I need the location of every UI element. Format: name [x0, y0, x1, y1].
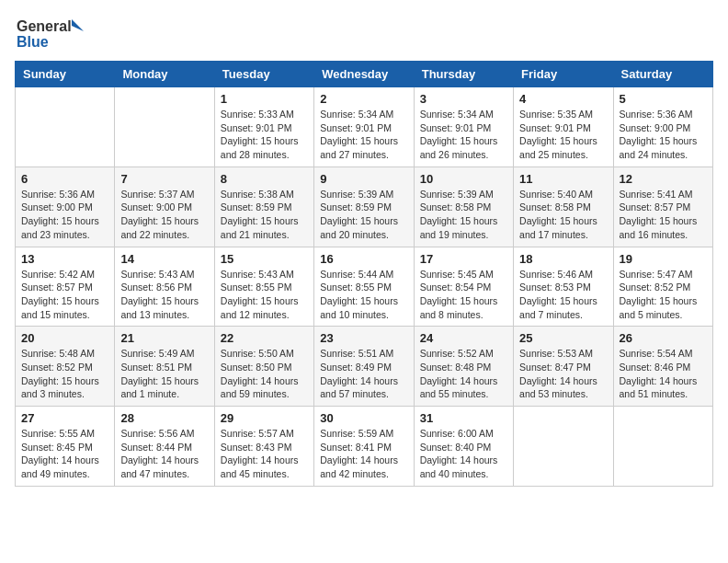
- logo-icon: GeneralBlue: [15, 15, 88, 52]
- calendar-cell: 25Sunrise: 5:53 AMSunset: 8:47 PMDayligh…: [514, 327, 613, 407]
- svg-text:General: General: [17, 18, 72, 34]
- calendar-cell: 27Sunrise: 5:55 AMSunset: 8:45 PMDayligh…: [16, 407, 115, 487]
- day-info: Sunrise: 5:59 AMSunset: 8:41 PMDaylight:…: [320, 427, 407, 481]
- weekday-header: Monday: [115, 62, 214, 87]
- day-number: 16: [320, 252, 407, 266]
- day-number: 27: [21, 411, 108, 425]
- day-number: 21: [120, 331, 208, 345]
- calendar-cell: 14Sunrise: 5:43 AMSunset: 8:56 PMDayligh…: [115, 247, 214, 327]
- day-info: Sunrise: 5:37 AMSunset: 9:00 PMDaylight:…: [120, 188, 208, 242]
- day-info: Sunrise: 5:36 AMSunset: 9:00 PMDaylight:…: [21, 188, 108, 242]
- day-info: Sunrise: 5:51 AMSunset: 8:49 PMDaylight:…: [320, 347, 407, 401]
- day-number: 17: [420, 252, 507, 266]
- day-number: 30: [320, 411, 407, 425]
- day-info: Sunrise: 5:46 AMSunset: 8:53 PMDaylight:…: [519, 268, 607, 322]
- day-info: Sunrise: 5:45 AMSunset: 8:54 PMDaylight:…: [420, 268, 507, 322]
- day-info: Sunrise: 5:42 AMSunset: 8:57 PMDaylight:…: [21, 268, 108, 322]
- weekday-header: Wednesday: [314, 62, 414, 87]
- day-number: 20: [21, 331, 108, 345]
- day-info: Sunrise: 5:57 AMSunset: 8:43 PMDaylight:…: [221, 427, 308, 481]
- day-info: Sunrise: 5:55 AMSunset: 8:45 PMDaylight:…: [21, 427, 108, 481]
- day-number: 31: [420, 411, 507, 425]
- calendar-week-row: 6Sunrise: 5:36 AMSunset: 9:00 PMDaylight…: [16, 167, 713, 247]
- calendar-cell: 13Sunrise: 5:42 AMSunset: 8:57 PMDayligh…: [16, 247, 115, 327]
- day-number: 22: [221, 331, 308, 345]
- day-number: 26: [620, 331, 707, 345]
- day-info: Sunrise: 5:54 AMSunset: 8:46 PMDaylight:…: [620, 347, 707, 401]
- calendar-cell: 2Sunrise: 5:34 AMSunset: 9:01 PMDaylight…: [314, 87, 414, 167]
- weekday-header: Tuesday: [214, 62, 313, 87]
- calendar-table: SundayMondayTuesdayWednesdayThursdayFrid…: [15, 61, 713, 487]
- day-info: Sunrise: 5:39 AMSunset: 8:58 PMDaylight:…: [420, 188, 507, 242]
- calendar-cell: 26Sunrise: 5:54 AMSunset: 8:46 PMDayligh…: [613, 327, 712, 407]
- day-info: Sunrise: 5:36 AMSunset: 9:00 PMDaylight:…: [620, 108, 707, 162]
- day-info: Sunrise: 5:43 AMSunset: 8:55 PMDaylight:…: [221, 268, 308, 322]
- day-number: 4: [519, 92, 607, 106]
- day-number: 15: [221, 252, 308, 266]
- calendar-cell: [16, 87, 115, 167]
- calendar-cell: 24Sunrise: 5:52 AMSunset: 8:48 PMDayligh…: [414, 327, 513, 407]
- svg-marker-2: [72, 19, 84, 31]
- day-number: 28: [120, 411, 208, 425]
- day-number: 7: [120, 172, 208, 186]
- calendar-week-row: 1Sunrise: 5:33 AMSunset: 9:01 PMDaylight…: [16, 87, 713, 167]
- day-info: Sunrise: 5:43 AMSunset: 8:56 PMDaylight:…: [120, 268, 208, 322]
- day-info: Sunrise: 6:00 AMSunset: 8:40 PMDaylight:…: [420, 427, 507, 481]
- day-number: 2: [320, 92, 407, 106]
- day-info: Sunrise: 5:39 AMSunset: 8:59 PMDaylight:…: [320, 188, 407, 242]
- day-info: Sunrise: 5:35 AMSunset: 9:01 PMDaylight:…: [519, 108, 607, 162]
- calendar-cell: 28Sunrise: 5:56 AMSunset: 8:44 PMDayligh…: [115, 407, 214, 487]
- day-number: 14: [120, 252, 208, 266]
- day-number: 6: [21, 172, 108, 186]
- calendar-cell: 1Sunrise: 5:33 AMSunset: 9:01 PMDaylight…: [214, 87, 313, 167]
- weekday-header: Friday: [514, 62, 613, 87]
- calendar-cell: [115, 87, 214, 167]
- day-number: 9: [320, 172, 407, 186]
- calendar-cell: 20Sunrise: 5:48 AMSunset: 8:52 PMDayligh…: [16, 327, 115, 407]
- day-number: 10: [420, 172, 507, 186]
- calendar-cell: 21Sunrise: 5:49 AMSunset: 8:51 PMDayligh…: [115, 327, 214, 407]
- day-number: 25: [519, 331, 607, 345]
- day-info: Sunrise: 5:34 AMSunset: 9:01 PMDaylight:…: [320, 108, 407, 162]
- day-info: Sunrise: 5:44 AMSunset: 8:55 PMDaylight:…: [320, 268, 407, 322]
- calendar-cell: 22Sunrise: 5:50 AMSunset: 8:50 PMDayligh…: [214, 327, 313, 407]
- calendar-cell: [613, 407, 712, 487]
- calendar-cell: 18Sunrise: 5:46 AMSunset: 8:53 PMDayligh…: [514, 247, 613, 327]
- calendar-cell: 29Sunrise: 5:57 AMSunset: 8:43 PMDayligh…: [214, 407, 313, 487]
- weekday-header: Thursday: [414, 62, 513, 87]
- day-info: Sunrise: 5:47 AMSunset: 8:52 PMDaylight:…: [620, 268, 707, 322]
- day-number: 12: [620, 172, 707, 186]
- day-number: 24: [420, 331, 507, 345]
- calendar-cell: [514, 407, 613, 487]
- day-number: 23: [320, 331, 407, 345]
- weekday-header: Saturday: [613, 62, 712, 87]
- day-info: Sunrise: 5:33 AMSunset: 9:01 PMDaylight:…: [221, 108, 308, 162]
- calendar-cell: 16Sunrise: 5:44 AMSunset: 8:55 PMDayligh…: [314, 247, 414, 327]
- day-number: 11: [519, 172, 607, 186]
- calendar-cell: 5Sunrise: 5:36 AMSunset: 9:00 PMDaylight…: [613, 87, 712, 167]
- day-info: Sunrise: 5:56 AMSunset: 8:44 PMDaylight:…: [120, 427, 208, 481]
- calendar-cell: 19Sunrise: 5:47 AMSunset: 8:52 PMDayligh…: [613, 247, 712, 327]
- day-info: Sunrise: 5:41 AMSunset: 8:57 PMDaylight:…: [620, 188, 707, 242]
- calendar-cell: 10Sunrise: 5:39 AMSunset: 8:58 PMDayligh…: [414, 167, 513, 247]
- calendar-week-row: 20Sunrise: 5:48 AMSunset: 8:52 PMDayligh…: [16, 327, 713, 407]
- day-info: Sunrise: 5:50 AMSunset: 8:50 PMDaylight:…: [221, 347, 308, 401]
- day-info: Sunrise: 5:40 AMSunset: 8:58 PMDaylight:…: [519, 188, 607, 242]
- day-info: Sunrise: 5:48 AMSunset: 8:52 PMDaylight:…: [21, 347, 108, 401]
- day-info: Sunrise: 5:49 AMSunset: 8:51 PMDaylight:…: [120, 347, 208, 401]
- calendar-cell: 8Sunrise: 5:38 AMSunset: 8:59 PMDaylight…: [214, 167, 313, 247]
- day-info: Sunrise: 5:34 AMSunset: 9:01 PMDaylight:…: [420, 108, 507, 162]
- calendar-cell: 23Sunrise: 5:51 AMSunset: 8:49 PMDayligh…: [314, 327, 414, 407]
- calendar-cell: 30Sunrise: 5:59 AMSunset: 8:41 PMDayligh…: [314, 407, 414, 487]
- day-number: 8: [221, 172, 308, 186]
- weekday-header-row: SundayMondayTuesdayWednesdayThursdayFrid…: [16, 62, 713, 87]
- calendar-cell: 7Sunrise: 5:37 AMSunset: 9:00 PMDaylight…: [115, 167, 214, 247]
- day-number: 19: [620, 252, 707, 266]
- calendar-week-row: 13Sunrise: 5:42 AMSunset: 8:57 PMDayligh…: [16, 247, 713, 327]
- calendar-cell: 15Sunrise: 5:43 AMSunset: 8:55 PMDayligh…: [214, 247, 313, 327]
- svg-text:Blue: Blue: [17, 34, 49, 50]
- day-info: Sunrise: 5:53 AMSunset: 8:47 PMDaylight:…: [519, 347, 607, 401]
- logo: GeneralBlue: [15, 15, 92, 52]
- day-info: Sunrise: 5:38 AMSunset: 8:59 PMDaylight:…: [221, 188, 308, 242]
- weekday-header: Sunday: [16, 62, 115, 87]
